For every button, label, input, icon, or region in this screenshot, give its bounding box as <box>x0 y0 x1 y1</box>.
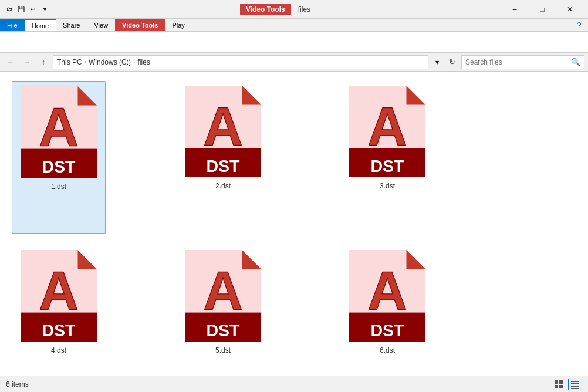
title-bar-quick-access: 🗂 💾 ↩ ▾ <box>5 5 49 14</box>
svg-marker-11 <box>407 86 426 105</box>
tab-share[interactable]: Share <box>56 19 87 31</box>
file-item-1[interactable]: ADST1.dst <box>12 81 106 234</box>
refresh-button[interactable]: ↻ <box>445 55 459 69</box>
file-icon-4: ADST <box>21 249 97 343</box>
tab-video-tools[interactable]: Video Tools <box>115 19 165 31</box>
svg-text:A: A <box>39 259 79 321</box>
window-controls: – □ ✕ <box>501 0 583 19</box>
search-input[interactable] <box>465 58 569 66</box>
main-area: ADST1.dstADST2.dstADST3.dstADST4.dstADST… <box>0 72 588 376</box>
up-button[interactable]: ↑ <box>36 55 50 69</box>
breadcrumb-windows: Windows (C:) <box>89 58 131 66</box>
item-count: 6 items <box>6 380 29 388</box>
title-label: files <box>298 5 310 13</box>
file-icon-3: ADST <box>349 85 425 178</box>
svg-rect-34 <box>571 381 579 382</box>
file-item-5[interactable]: ADST5.dst <box>176 245 270 376</box>
svg-text:A: A <box>367 259 407 321</box>
file-item-6[interactable]: ADST6.dst <box>340 245 434 376</box>
svg-text:A: A <box>39 96 79 157</box>
svg-text:DST: DST <box>370 157 404 175</box>
minimize-button[interactable]: – <box>501 0 528 19</box>
svg-text:A: A <box>203 259 243 321</box>
svg-marker-16 <box>78 250 97 269</box>
file-icon-2: ADST <box>185 85 261 178</box>
address-bar[interactable]: This PC › Windows (C:) › files <box>53 55 428 69</box>
file-icon-5: ADST <box>185 249 261 343</box>
breadcrumb-thispc: This PC <box>57 58 82 66</box>
ribbon-content <box>0 32 588 53</box>
svg-text:A: A <box>203 95 243 157</box>
svg-rect-33 <box>559 385 563 388</box>
svg-rect-32 <box>555 385 558 388</box>
tab-home[interactable]: Home <box>25 19 56 31</box>
file-name-3: 3.dst <box>380 182 395 190</box>
svg-marker-6 <box>242 86 262 105</box>
breadcrumb-files: files <box>137 58 150 66</box>
status-bar: 6 items <box>0 376 588 392</box>
tab-play[interactable]: Play <box>165 19 191 31</box>
system-icon: 🗂 <box>5 5 14 14</box>
view-controls <box>552 379 582 390</box>
tab-view[interactable]: View <box>87 19 115 31</box>
file-name-4: 4.dst <box>51 346 66 354</box>
svg-marker-1 <box>78 86 97 106</box>
details-view-button[interactable] <box>568 379 582 390</box>
large-icons-view-button[interactable] <box>552 379 566 390</box>
nav-bar: ← → ↑ This PC › Windows (C:) › files ▾ ↻… <box>0 53 588 72</box>
forward-button[interactable]: → <box>20 55 34 69</box>
help-icon[interactable]: ? <box>570 19 588 32</box>
file-icon-1: ADST <box>21 85 97 179</box>
file-item-2[interactable]: ADST2.dst <box>176 81 270 234</box>
file-name-2: 2.dst <box>215 182 231 190</box>
svg-text:DST: DST <box>370 321 404 340</box>
back-button[interactable]: ← <box>4 55 18 69</box>
tab-file[interactable]: File <box>0 19 25 31</box>
file-name-5: 5.dst <box>215 346 231 354</box>
svg-marker-21 <box>242 250 262 269</box>
title-bar: 🗂 💾 ↩ ▾ Video Tools files – □ ✕ <box>0 0 588 19</box>
undo-icon[interactable]: ↩ <box>28 5 38 14</box>
save-icon[interactable]: 💾 <box>16 5 26 14</box>
svg-rect-36 <box>571 386 579 387</box>
file-name-1: 1.dst <box>51 183 66 191</box>
maximize-button[interactable]: □ <box>529 0 556 19</box>
search-icon: 🔍 <box>571 58 580 66</box>
svg-text:A: A <box>367 95 407 157</box>
address-dropdown-button[interactable]: ▾ <box>431 55 442 69</box>
svg-rect-35 <box>571 383 579 384</box>
search-bar[interactable]: 🔍 <box>461 55 584 69</box>
svg-text:DST: DST <box>206 321 240 340</box>
file-item-4[interactable]: ADST4.dst <box>12 245 106 376</box>
file-name-6: 6.dst <box>380 346 395 354</box>
svg-text:DST: DST <box>42 321 76 340</box>
file-icon-6: ADST <box>349 249 425 343</box>
svg-rect-37 <box>571 388 579 389</box>
svg-rect-30 <box>555 380 558 384</box>
svg-rect-31 <box>559 380 563 384</box>
title-bar-text: Video Tools files <box>49 4 501 15</box>
svg-text:DST: DST <box>42 157 76 176</box>
video-tools-label: Video Tools <box>240 4 291 15</box>
qat-dropdown-icon[interactable]: ▾ <box>40 5 49 14</box>
file-grid: ADST1.dstADST2.dstADST3.dstADST4.dstADST… <box>0 72 588 376</box>
ribbon-tabs: File Home Share View Video Tools Play ? <box>0 19 588 32</box>
file-item-3[interactable]: ADST3.dst <box>340 81 434 234</box>
svg-marker-26 <box>407 250 426 269</box>
svg-text:DST: DST <box>206 157 240 175</box>
close-button[interactable]: ✕ <box>556 0 583 19</box>
